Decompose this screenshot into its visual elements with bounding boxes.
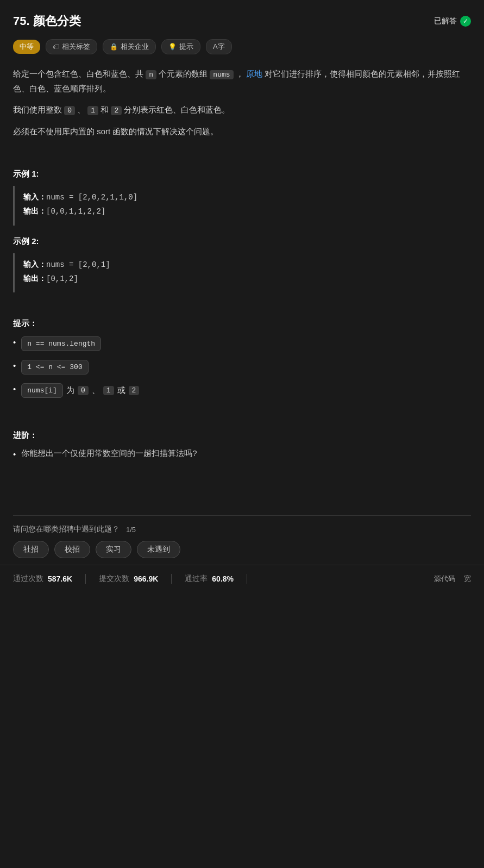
btn-not-met[interactable]: 未遇到 (137, 541, 180, 558)
solved-label: 已解答 (434, 16, 457, 26)
example1-title: 示例 1: (13, 169, 471, 179)
tag-hint-label: 提示 (179, 42, 193, 52)
tags-row: 中等 🏷 相关标签 🔒 相关企业 💡 提示 A字 (13, 39, 471, 54)
example2-output: 输出：[0,1,2] (23, 273, 462, 285)
desc-sep1: 、 (77, 105, 85, 114)
recruitment-section: 请问您在哪类招聘中遇到此题？ 1/5 社招 校招 实习 未遇到 (13, 524, 471, 565)
hint-bullet-3: • (13, 384, 16, 394)
desc-sep2: 和 (100, 105, 109, 114)
tag-font-label: A字 (213, 42, 225, 52)
example2-input: 输入：nums = [2,0,1] (23, 259, 462, 271)
example1-block: 输入：nums = [2,0,2,1,1,0] 输出：[0,0,1,1,2,2] (13, 186, 471, 226)
stats-right-links: 源代码 宽 (434, 574, 471, 584)
hint-val-0: 0 (78, 386, 89, 395)
tag-font[interactable]: A字 (206, 39, 232, 54)
divider (13, 515, 471, 516)
desc-line2-end: 分别表示红色、白色和蓝色。 (124, 105, 230, 114)
hint-bullet-2: • (13, 361, 16, 370)
hints-section: 提示： • n == nums.length • 1 <= n <= 300 •… (13, 319, 471, 398)
stat-pass-rate: 通过率 60.8% (185, 574, 247, 584)
advanced-item: • 你能想出一个仅使用常数空间的一趟扫描算法吗? (13, 448, 471, 459)
tag-difficulty[interactable]: 中等 (13, 40, 40, 54)
hint-item-2: • 1 <= n <= 300 (13, 360, 471, 374)
tag-hint[interactable]: 💡 提示 (161, 39, 200, 54)
example1-input: 输入：nums = [2,0,2,1,1,0] (23, 191, 462, 203)
bulb-icon: 💡 (168, 43, 177, 51)
recruitment-buttons: 社招 校招 实习 未遇到 (13, 541, 471, 558)
lock-icon: 🔒 (110, 43, 118, 51)
description-section: 给定一个包含红色、白色和蓝色、共 n 个元素的数组 nums ， 原地 对它们进… (13, 66, 471, 139)
hint-item-1: • n == nums.length (13, 336, 471, 351)
tag-related-companies-label: 相关企业 (121, 42, 149, 52)
btn-shezao[interactable]: 社招 (13, 541, 49, 558)
hint-sep-2: 或 (117, 385, 125, 396)
stats-bar: 通过次数 587.6K 提交次数 966.9K 通过率 60.8% 源代码 宽 (0, 565, 484, 592)
desc-nums-var: nums (210, 70, 233, 79)
example2-title: 示例 2: (13, 236, 471, 247)
desc-intro: 给定一个包含红色、白色和蓝色、共 (13, 69, 143, 78)
stat-pass-count: 通过次数 587.6K (13, 574, 86, 584)
desc-two: 2 (111, 106, 122, 115)
stat-value-rate: 60.8% (212, 574, 234, 583)
stat-submit-count: 提交次数 966.9K (99, 574, 172, 584)
hint-val-2: 2 (129, 386, 140, 395)
desc-n-var: n (146, 70, 156, 79)
recruitment-count: 1/5 (126, 526, 136, 534)
recruitment-question-row: 请问您在哪类招聘中遇到此题？ 1/5 (13, 524, 471, 534)
solved-badge: 已解答 ✓ (434, 16, 471, 27)
wide-link[interactable]: 宽 (464, 574, 471, 584)
hint-code-3a: nums[i] (21, 383, 63, 398)
stat-label-pass: 通过次数 (13, 574, 43, 584)
hint-bullet-1: • (13, 338, 16, 347)
tag-related-tags-label: 相关标签 (62, 42, 90, 52)
recruitment-question: 请问您在哪类招聘中遇到此题？ (13, 524, 120, 534)
example1-output: 输出：[0,0,1,1,2,2] (23, 205, 462, 217)
btn-shixi[interactable]: 实习 (96, 541, 131, 558)
hint-code-2: 1 <= n <= 300 (21, 360, 88, 374)
stat-value-submit: 966.9K (134, 574, 158, 583)
stat-value-pass: 587.6K (48, 574, 72, 583)
inplace-link[interactable]: 原地 (246, 69, 262, 78)
desc-one: 1 (87, 106, 98, 115)
desc-comma: ， (236, 69, 244, 78)
advanced-title: 进阶： (13, 430, 471, 441)
desc-line2: 我们使用整数 (13, 105, 62, 114)
btn-xiaozao[interactable]: 校招 (54, 541, 90, 558)
solved-icon: ✓ (460, 16, 471, 27)
hint-item-3: • nums[i] 为 0 、 1 或 2 (13, 383, 471, 398)
hint-code-1: n == nums.length (21, 336, 101, 351)
advanced-text: 你能想出一个仅使用常数空间的一趟扫描算法吗? (21, 448, 197, 459)
stat-label-rate: 通过率 (185, 574, 208, 584)
desc-zero: 0 (64, 106, 75, 115)
advanced-section: 进阶： • 你能想出一个仅使用常数空间的一趟扫描算法吗? (13, 430, 471, 459)
hint-sep-1: 、 (92, 385, 100, 396)
problem-title: 75. 颜色分类 (13, 13, 81, 29)
hint-val-1: 1 (103, 386, 114, 395)
hints-title: 提示： (13, 319, 471, 329)
desc-middle: 个元素的数组 (159, 69, 208, 78)
tag-related-tags[interactable]: 🏷 相关标签 (46, 39, 97, 54)
stat-label-submit: 提交次数 (99, 574, 129, 584)
tag-related-companies[interactable]: 🔒 相关企业 (103, 39, 156, 54)
tag-icon: 🏷 (53, 43, 59, 51)
desc-line3: 必须在不使用库内置的 sort 函数的情况下解决这个问题。 (13, 124, 471, 139)
hint-text-3: 为 (66, 385, 74, 396)
source-code-link[interactable]: 源代码 (434, 574, 455, 584)
example2-block: 输入：nums = [2,0,1] 输出：[0,1,2] (13, 253, 471, 293)
